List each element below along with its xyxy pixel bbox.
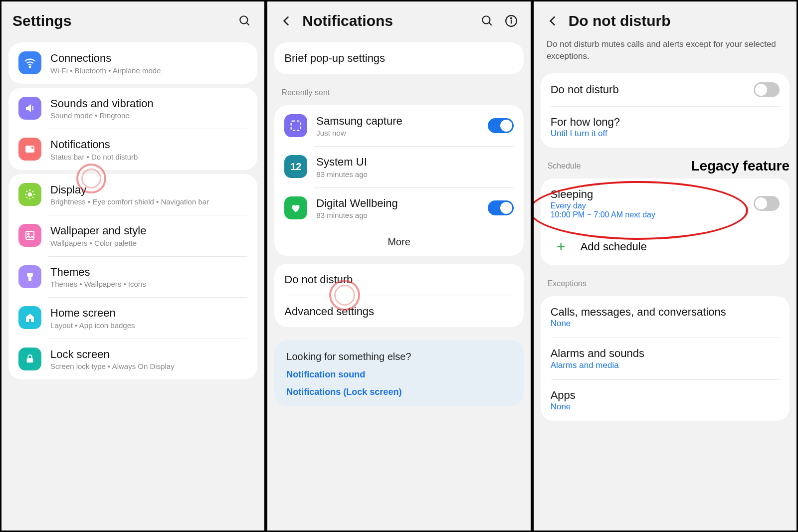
svg-line-11 xyxy=(32,197,33,198)
exception-value: None xyxy=(551,402,780,412)
recent-app-label: Digital Wellbeing xyxy=(316,196,478,210)
settings-item-label: Notifications xyxy=(50,138,247,152)
settings-item-sub: Status bar • Do not disturb xyxy=(50,153,247,161)
schedule-card: Sleeping Every day 10:00 PM ~ 7:00 AM ne… xyxy=(541,178,790,265)
more-button[interactable]: More xyxy=(274,228,523,256)
add-schedule-label: Add schedule xyxy=(581,240,647,253)
settings-item-notifications[interactable]: NotificationsStatus bar • Do not disturb xyxy=(8,129,257,170)
settings-item-homescreen[interactable]: Home screenLayout • App icon badges xyxy=(8,297,257,339)
suggest-question: Looking for something else? xyxy=(286,351,511,362)
recent-app-sub: 83 minutes ago xyxy=(316,211,478,219)
notifications-header: Notifications xyxy=(267,1,530,38)
annotation-legacy-label: Legacy feature xyxy=(691,158,790,174)
exception-apps[interactable]: AppsNone xyxy=(541,379,790,421)
settings-item-label: Sounds and vibration xyxy=(50,97,247,111)
dnd-panel: Do not disturb Do not disturb mutes call… xyxy=(532,0,798,532)
settings-item-sub: Brightness • Eye comfort shield • Naviga… xyxy=(50,197,247,206)
how-long-value: Until I turn it off xyxy=(551,129,780,139)
suggest-card: Looking for something else? Notification… xyxy=(274,340,523,406)
homescreen-icon xyxy=(18,306,41,329)
exception-label: Apps xyxy=(551,388,780,402)
settings-item-label: Wallpaper and style xyxy=(50,224,247,238)
recent-app-toggle[interactable] xyxy=(488,200,514,215)
svg-line-12 xyxy=(26,197,27,198)
sounds-icon xyxy=(18,97,41,120)
svg-line-13 xyxy=(32,191,33,192)
sleeping-toggle[interactable] xyxy=(754,196,780,211)
exceptions-card: Calls, messages, and conversationsNoneAl… xyxy=(541,296,790,421)
recent-app-toggle[interactable] xyxy=(488,118,514,133)
add-schedule-row[interactable]: + Add schedule xyxy=(541,228,790,265)
notifications-icon xyxy=(18,138,41,161)
svg-point-0 xyxy=(240,16,248,23)
svg-point-17 xyxy=(482,16,490,23)
row-label: Do not disturb xyxy=(284,273,513,287)
how-long-row[interactable]: For how long? Until I turn it off xyxy=(541,106,790,148)
dnd-description: Do not disturb mutes calls and alerts ex… xyxy=(534,38,797,69)
display-icon xyxy=(18,183,41,206)
back-icon[interactable] xyxy=(278,12,295,29)
svg-point-4 xyxy=(31,147,33,149)
row-dnd[interactable]: Do not disturb xyxy=(274,264,523,296)
svg-line-18 xyxy=(489,22,491,25)
recently-sent-header: Recently sent xyxy=(267,78,530,101)
row-advanced[interactable]: Advanced settings xyxy=(274,296,523,328)
settings-item-themes[interactable]: ThemesThemes • Wallpapers • Icons xyxy=(8,256,257,298)
sleeping-row[interactable]: Sleeping Every day 10:00 PM ~ 7:00 AM ne… xyxy=(541,178,790,228)
settings-item-sub: Screen lock type • Always On Display xyxy=(50,362,247,370)
svg-line-1 xyxy=(247,22,249,25)
svg-point-15 xyxy=(28,233,29,235)
how-long-label: For how long? xyxy=(551,115,780,129)
settings-title: Settings xyxy=(12,12,229,29)
row-label: Advanced settings xyxy=(284,305,513,319)
settings-group: ConnectionsWi-Fi • Bluetooth • Airplane … xyxy=(8,42,257,84)
systemui-icon: 12 xyxy=(284,155,307,178)
settings-item-connections[interactable]: ConnectionsWi-Fi • Bluetooth • Airplane … xyxy=(8,42,257,84)
search-icon[interactable] xyxy=(479,12,496,29)
settings-item-display[interactable]: DisplayBrightness • Eye comfort shield •… xyxy=(8,174,257,215)
brief-popup-card: Brief pop-up settings xyxy=(274,42,523,74)
settings-item-sub: Sound mode • Ringtone xyxy=(50,111,247,120)
samsungcapture-icon xyxy=(284,114,307,137)
suggest-link-2[interactable]: Notifications (Lock screen) xyxy=(286,387,511,397)
exception-label: Alarms and sounds xyxy=(551,347,780,360)
exception-value: Alarms and media xyxy=(551,360,780,370)
svg-rect-3 xyxy=(25,146,34,153)
brief-popup-row[interactable]: Brief pop-up settings xyxy=(274,42,523,74)
svg-point-21 xyxy=(511,18,512,19)
recent-app-digitalwellbeing[interactable]: Digital Wellbeing83 minutes ago xyxy=(274,187,523,229)
notifications-panel: Notifications Brief pop-up settings Rece… xyxy=(266,0,532,532)
dnd-toggle[interactable] xyxy=(754,82,780,97)
settings-item-label: Home screen xyxy=(50,306,247,320)
svg-rect-16 xyxy=(27,358,33,362)
exception-calls[interactable]: Calls, messages, and conversationsNone xyxy=(541,296,790,338)
settings-item-label: Lock screen xyxy=(50,348,247,361)
settings-item-wallpaper[interactable]: Wallpaper and styleWallpapers • Color pa… xyxy=(8,215,257,256)
settings-item-sub: Wi-Fi • Bluetooth • Airplane mode xyxy=(50,66,247,75)
plus-icon: + xyxy=(554,238,569,255)
back-icon[interactable] xyxy=(545,12,562,29)
exception-alarms[interactable]: Alarms and soundsAlarms and media xyxy=(541,338,790,379)
info-icon[interactable] xyxy=(503,12,520,29)
recent-app-systemui[interactable]: 12System UI83 minutes ago xyxy=(274,146,523,187)
svg-rect-14 xyxy=(26,231,34,239)
exception-value: None xyxy=(551,319,780,329)
settings-header: Settings xyxy=(1,1,264,38)
recently-sent-card: Samsung captureJust now12System UI83 min… xyxy=(274,105,523,256)
dnd-title: Do not disturb xyxy=(569,12,786,29)
dnd-advanced-card: Do not disturbAdvanced settings xyxy=(274,264,523,327)
brief-popup-label: Brief pop-up settings xyxy=(284,51,513,65)
settings-item-sounds[interactable]: Sounds and vibrationSound mode • Rington… xyxy=(8,88,257,129)
sleeping-line2: 10:00 PM ~ 7:00 AM next day xyxy=(551,210,745,219)
suggest-link-1[interactable]: Notification sound xyxy=(286,369,511,380)
settings-item-sub: Wallpapers • Color palette xyxy=(50,239,247,247)
svg-point-5 xyxy=(28,192,32,196)
settings-item-label: Themes xyxy=(50,265,247,279)
dnd-toggle-label: Do not disturb xyxy=(551,83,745,97)
svg-rect-22 xyxy=(291,121,301,130)
dnd-toggle-row[interactable]: Do not disturb xyxy=(541,73,790,106)
recent-app-samsungcapture[interactable]: Samsung captureJust now xyxy=(274,105,523,147)
dnd-main-card: Do not disturb For how long? Until I tur… xyxy=(541,73,790,148)
search-icon[interactable] xyxy=(236,12,253,29)
settings-item-lockscreen[interactable]: Lock screenScreen lock type • Always On … xyxy=(8,339,257,380)
